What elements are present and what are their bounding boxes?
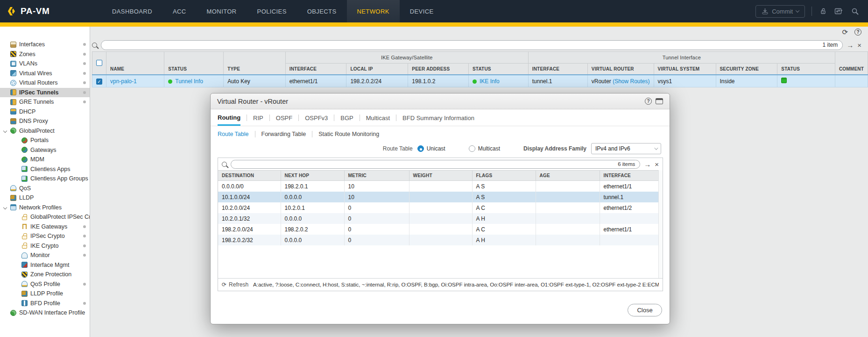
col-security-zone[interactable]: SECURITY ZONE [716, 64, 777, 75]
refresh-button[interactable]: ⟳ Refresh [222, 281, 248, 288]
sidebar-item-sd-wan-interface-profile[interactable]: SD-WAN Interface Profile [0, 308, 90, 318]
tunnel-row-vpn-palo-1[interactable]: ✓ vpn-palo-1 Tunnel Info Auto Key ethern… [92, 75, 868, 87]
show-routes-link[interactable]: (Show Routes) [613, 78, 649, 85]
rt-col-next-hop[interactable]: NEXT HOP [281, 171, 344, 181]
col-ike-status[interactable]: STATUS [468, 64, 528, 75]
route-row-10-2-0-0-24[interactable]: 10.2.0.0/2410.2.0.10A Cethernet1/2 [218, 202, 663, 213]
lock-icon[interactable] [819, 7, 828, 16]
sidebar-item-ipsec-crypto[interactable]: IPSec Crypto [0, 231, 90, 241]
sidebar-item-interfaces[interactable]: Interfaces [0, 40, 90, 50]
dialog-tab-multicast[interactable]: Multicast [366, 110, 390, 125]
sidebar-item-gateways[interactable]: Gateways [0, 145, 90, 155]
sidebar-item-mdm[interactable]: MDM [0, 155, 90, 165]
sidebar-item-network-profiles[interactable]: Network Profiles [0, 203, 90, 213]
col-peer-address[interactable]: PEER ADDRESS [408, 64, 469, 75]
route-row-10-1-0-0-24[interactable]: 10.1.0.0/240.0.0.010A Stunnel.1 [218, 192, 663, 202]
col-virtual-system[interactable]: VIRTUAL SYSTEM [654, 64, 716, 75]
radio-multicast[interactable]: Multicast [469, 145, 500, 152]
help-icon[interactable]: ? [854, 29, 861, 36]
sidebar-item-portals[interactable]: Portals [0, 136, 90, 145]
sidebar-item-gre-tunnels[interactable]: GRE Tunnels [0, 97, 90, 107]
clear-filter-icon[interactable]: × [857, 41, 861, 49]
radio-unicast[interactable]: Unicast [417, 145, 445, 152]
dialog-subtab-static-route-monitoring[interactable]: Static Route Monitoring [318, 131, 379, 137]
dialog-tab-ospfv3[interactable]: OSPFv3 [305, 110, 328, 125]
rt-col-destination[interactable]: DESTINATION [218, 171, 281, 181]
route-row-198-2-0-0-24[interactable]: 198.2.0.0/24198.2.0.20A Cethernet1/1 [218, 224, 663, 235]
sidebar-item-globalprotect[interactable]: GlobalProtect [0, 126, 90, 136]
sidebar-item-lldp[interactable]: LLDP [0, 193, 90, 203]
rt-col-flags[interactable]: FLAGS [472, 171, 536, 181]
chevron-down-icon[interactable] [3, 129, 7, 133]
sidebar-item-ike-crypto[interactable]: IKE Crypto [0, 241, 90, 251]
dialog-subtab-route-table[interactable]: Route Table [218, 131, 249, 137]
rt-col-interface[interactable]: INTERFACE [600, 171, 663, 181]
sidebar-item-qos[interactable]: QoS [0, 184, 90, 194]
tunnel-info-link[interactable]: Tunnel Info [175, 78, 203, 85]
col-local-ip[interactable]: LOCAL IP [346, 64, 408, 75]
commit-button[interactable]: Commit [755, 5, 805, 18]
dialog-window-icon[interactable] [656, 98, 663, 104]
dialog-help-icon[interactable]: ? [645, 98, 652, 105]
radio-unicast-control[interactable] [417, 145, 424, 152]
sidebar-item-lldp-profile[interactable]: LLDP Profile [0, 289, 90, 299]
row-checkbox[interactable]: ✓ [96, 79, 102, 85]
dialog-tab-routing[interactable]: Routing [218, 110, 240, 126]
sidebar-item-interface-mgmt[interactable]: Interface Mgmt [0, 260, 90, 270]
nav-tab-dashboard[interactable]: DASHBOARD [102, 0, 162, 22]
route-row-198-2-0-2-32[interactable]: 198.2.0.2/320.0.0.00A H [218, 235, 663, 245]
nav-tab-acc[interactable]: ACC [162, 0, 197, 22]
route-search-input[interactable]: 6 items [231, 160, 640, 169]
refresh-page-icon[interactable]: ⟳ [842, 29, 848, 36]
col-name[interactable]: NAME [106, 52, 164, 75]
nav-tab-network[interactable]: NETWORK [347, 0, 400, 22]
chevron-down-icon[interactable] [3, 206, 7, 209]
sidebar-item-dhcp[interactable]: DHCP [0, 107, 90, 117]
sidebar-item-zone-protection[interactable]: Zone Protection [0, 270, 90, 280]
route-apply-filter-icon[interactable]: → [644, 160, 651, 168]
col-tun-interface[interactable]: INTERFACE [528, 64, 587, 75]
config-save-icon[interactable] [834, 7, 844, 16]
sidebar-item-virtual-routers[interactable]: Virtual Routers [0, 78, 90, 88]
tunnel-search-input[interactable]: 1 item [101, 40, 843, 50]
sidebar-item-dns-proxy[interactable]: DNS Proxy [0, 116, 90, 126]
sidebar-item-monitor[interactable]: Monitor [0, 251, 90, 260]
sidebar-item-clientless-app-groups[interactable]: Clientless App Groups [0, 174, 90, 184]
tunnel-name-link[interactable]: vpn-palo-1 [110, 78, 137, 85]
sidebar-item-clientless-apps[interactable]: Clientless Apps [0, 165, 90, 174]
ike-info-link[interactable]: IKE Info [480, 78, 500, 85]
tunnel-interface-status-icon[interactable] [781, 78, 787, 83]
sidebar-item-virtual-wires[interactable]: Virtual Wires [0, 69, 90, 79]
route-row-10-2-0-1-32[interactable]: 10.2.0.1/320.0.0.00A H [218, 213, 663, 224]
nav-tab-monitor[interactable]: MONITOR [197, 0, 247, 22]
col-status[interactable]: STATUS [164, 52, 224, 75]
dialog-subtab-forwarding-table[interactable]: Forwarding Table [261, 131, 306, 137]
col-type[interactable]: TYPE [224, 52, 286, 75]
col-comment[interactable]: COMMENT [835, 52, 868, 75]
col-ike-interface[interactable]: INTERFACE [285, 64, 346, 75]
select-all-checkbox[interactable] [96, 60, 102, 66]
route-clear-filter-icon[interactable]: × [655, 160, 659, 168]
sidebar-item-qos-profile[interactable]: QoS Profile [0, 280, 90, 289]
dialog-tab-bfd-summary-information[interactable]: BFD Summary Information [402, 110, 474, 125]
rt-col-metric[interactable]: METRIC [344, 171, 409, 181]
dialog-tab-ospf[interactable]: OSPF [276, 110, 292, 125]
sidebar-item-ike-gateways[interactable]: IKE Gateways [0, 222, 90, 232]
route-row-0-0-0-0-0[interactable]: 0.0.0.0/0198.2.0.110A Sethernet1/1 [218, 181, 663, 192]
global-search-icon[interactable] [850, 7, 860, 16]
sidebar-item-ipsec-tunnels[interactable]: IPSec Tunnels [0, 88, 90, 98]
sidebar-item-zones[interactable]: Zones [0, 50, 90, 59]
dialog-tab-bgp[interactable]: BGP [340, 110, 353, 125]
col-tun-status[interactable]: STATUS [777, 64, 835, 75]
apply-filter-icon[interactable]: → [847, 41, 854, 49]
rt-col-weight[interactable]: WEIGHT [409, 171, 472, 181]
col-virtual-router[interactable]: VIRTUAL ROUTER [587, 64, 654, 75]
nav-tab-objects[interactable]: OBJECTS [297, 0, 347, 22]
sidebar-item-vlans[interactable]: VLANs [0, 59, 90, 69]
nav-tab-device[interactable]: DEVICE [400, 0, 444, 22]
radio-multicast-control[interactable] [469, 145, 475, 152]
address-family-select[interactable]: IPv4 and IPv6 [591, 143, 661, 154]
sidebar-item-bfd-profile[interactable]: BFD Profile [0, 299, 90, 308]
nav-tab-policies[interactable]: POLICIES [247, 0, 297, 22]
sidebar-item-globalprotect-ipsec-crypto[interactable]: GlobalProtect IPSec Crypto [0, 212, 90, 222]
